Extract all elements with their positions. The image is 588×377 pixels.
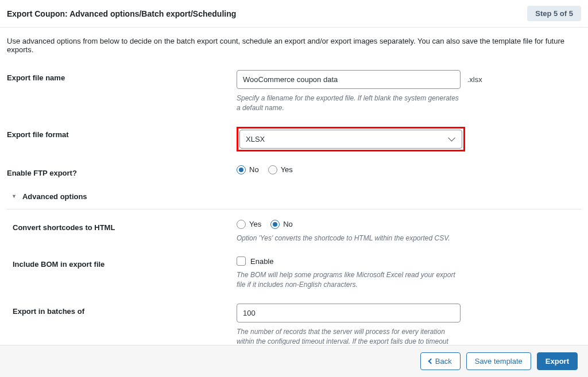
- batch-input[interactable]: [237, 304, 461, 322]
- page-title: Export Coupon: Advanced options/Batch ex…: [7, 9, 236, 18]
- shortcodes-yes-label: Yes: [249, 220, 261, 228]
- form-area: Export file name .xlsx Specify a filenam…: [0, 63, 588, 363]
- bom-row: Include BOM in export file Enable The BO…: [7, 250, 581, 297]
- bom-enable-label: Enable: [250, 257, 273, 266]
- filename-input[interactable]: [237, 70, 461, 89]
- format-row: Export file format XLSX: [7, 120, 581, 158]
- ftp-no-label: No: [249, 165, 259, 174]
- checkbox-icon: [237, 256, 246, 266]
- radio-icon: [268, 165, 277, 174]
- shortcodes-no-label: No: [283, 220, 293, 228]
- back-button[interactable]: Back: [420, 352, 461, 370]
- chevron-left-icon: [428, 359, 434, 364]
- format-select[interactable]: XLSX: [239, 130, 462, 149]
- ftp-radio-group: No Yes: [237, 165, 581, 174]
- filename-control: .xlsx Specify a filename for the exporte…: [237, 70, 581, 113]
- page-description: Use advanced options from below to decid…: [0, 28, 588, 63]
- shortcodes-control: Yes No Option 'Yes' converts the shortco…: [237, 220, 581, 243]
- page-header: Export Coupon: Advanced options/Batch ex…: [0, 0, 588, 28]
- ftp-control: No Yes: [237, 165, 581, 177]
- radio-icon: [237, 220, 246, 229]
- filename-row: Export file name .xlsx Specify a filenam…: [7, 63, 581, 120]
- format-control: XLSX: [237, 127, 581, 151]
- shortcodes-label: Convert shortcodes to HTML: [7, 220, 237, 243]
- shortcodes-radio-no[interactable]: No: [270, 220, 293, 229]
- footer-bar: Back Save template Export: [0, 345, 588, 377]
- ftp-label: Enable FTP export?: [7, 165, 237, 177]
- format-label: Export file format: [7, 127, 237, 151]
- advanced-options-header[interactable]: ▼ Advanced options: [7, 184, 581, 209]
- ftp-radio-yes[interactable]: Yes: [268, 165, 293, 174]
- radio-icon: [270, 220, 280, 229]
- shortcodes-helper: Option 'Yes' converts the shortcode to H…: [237, 234, 461, 243]
- format-select-highlight: XLSX: [237, 127, 465, 151]
- bom-helper: The BOM will help some programs like Mic…: [237, 270, 461, 290]
- filename-helper: Specify a filename for the exported file…: [237, 94, 461, 113]
- shortcodes-radio-yes[interactable]: Yes: [237, 220, 261, 229]
- shortcodes-radio-group: Yes No: [237, 220, 581, 229]
- advanced-options-title: Advanced options: [22, 192, 87, 201]
- bom-control: Enable The BOM will help some programs l…: [237, 256, 581, 290]
- chevron-down-icon: ▼: [11, 193, 17, 199]
- export-button[interactable]: Export: [537, 352, 578, 370]
- filename-label: Export file name: [7, 70, 237, 113]
- bom-label: Include BOM in export file: [7, 256, 237, 290]
- radio-icon: [237, 165, 246, 174]
- save-template-button[interactable]: Save template: [466, 352, 531, 370]
- shortcodes-row: Convert shortcodes to HTML Yes No Option…: [7, 213, 581, 250]
- step-badge: Step 5 of 5: [527, 6, 581, 21]
- ftp-yes-label: Yes: [281, 165, 293, 174]
- filename-ext: .xlsx: [467, 75, 482, 84]
- ftp-row: Enable FTP export? No Yes: [7, 158, 581, 184]
- bom-checkbox[interactable]: Enable: [237, 256, 581, 266]
- ftp-radio-no[interactable]: No: [237, 165, 259, 174]
- back-label: Back: [435, 357, 452, 366]
